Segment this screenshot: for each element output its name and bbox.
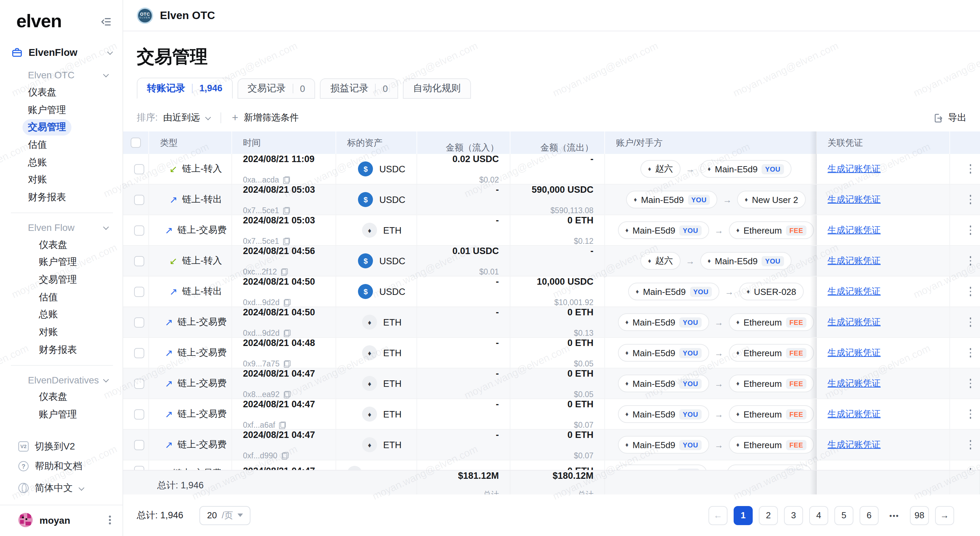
counterparty-pill[interactable]: ♦ Main-E5d9 YOU bbox=[700, 160, 791, 178]
prev-page-button[interactable]: ← bbox=[708, 506, 727, 525]
copy-icon[interactable] bbox=[283, 299, 290, 306]
copy-icon[interactable] bbox=[282, 452, 288, 459]
sidebar-item[interactable]: 交易管理 bbox=[11, 271, 113, 289]
generate-voucher-link[interactable]: 生成记账凭证 bbox=[827, 316, 881, 328]
row-checkbox[interactable] bbox=[134, 286, 144, 297]
copy-icon[interactable] bbox=[279, 421, 286, 429]
account-pill[interactable]: ♦ 赵六 bbox=[640, 160, 680, 178]
row-menu-kebab-icon[interactable] bbox=[967, 438, 974, 451]
switch-to-v2[interactable]: V2 切换到V2 bbox=[0, 437, 123, 456]
row-menu-kebab-icon[interactable] bbox=[967, 224, 974, 237]
generate-voucher-link[interactable]: 生成记账凭证 bbox=[827, 163, 881, 175]
tab[interactable]: 损益记录 0 bbox=[320, 78, 398, 99]
counterparty-pill[interactable]: ♦ Ethereum FEE bbox=[729, 436, 814, 454]
counterparty-pill[interactable]: ♦ Ethereum FEE bbox=[729, 313, 814, 331]
account-pill[interactable]: ♦ Main-E5d9 YOU bbox=[618, 405, 709, 423]
sidebar-item[interactable]: 仪表盘 bbox=[0, 84, 123, 101]
account-pill[interactable]: ♦ Main-E5d9 YOU bbox=[618, 436, 709, 454]
counterparty-pill[interactable]: ♦ Main-E5d9 YOU bbox=[700, 252, 791, 270]
row-checkbox[interactable] bbox=[134, 164, 144, 174]
sidebar-group-header[interactable]: ElvenDerivatives bbox=[11, 371, 113, 389]
counterparty-pill[interactable]: ♦ Ethereum FEE bbox=[727, 464, 812, 470]
language-selector[interactable]: 简体中文 bbox=[0, 478, 123, 498]
generate-voucher-link[interactable]: 生成记账凭证 bbox=[827, 255, 881, 267]
row-menu-kebab-icon[interactable] bbox=[967, 193, 974, 206]
tab[interactable]: 自动化规则 bbox=[403, 78, 471, 99]
tab[interactable]: 转账记录 1,946 bbox=[137, 78, 233, 99]
row-menu-kebab-icon[interactable] bbox=[967, 377, 974, 390]
account-pill[interactable]: ♦ Main-E5d9 YOU bbox=[626, 191, 717, 208]
copy-icon[interactable] bbox=[283, 391, 290, 398]
select-all-checkbox[interactable] bbox=[130, 137, 141, 148]
sidebar-group-header[interactable]: Elven Flow bbox=[11, 219, 113, 236]
sidebar-item[interactable]: 账户管理 bbox=[11, 406, 113, 424]
user-menu[interactable]: moyan bbox=[0, 505, 123, 536]
sidebar-group-header[interactable]: Elven OTC bbox=[0, 66, 123, 84]
tab[interactable]: 交易记录 0 bbox=[237, 78, 315, 99]
sidebar-item[interactable]: 总账 bbox=[11, 306, 113, 324]
sidebar-item[interactable]: 仪表盘 bbox=[11, 389, 113, 406]
generate-voucher-link[interactable]: 生成记账凭证 bbox=[827, 224, 881, 236]
generate-voucher-link[interactable]: 生成记账凭证 bbox=[827, 286, 881, 298]
page-button[interactable]: 5 bbox=[834, 506, 853, 525]
row-menu-kebab-icon[interactable] bbox=[967, 254, 974, 268]
sidebar-item[interactable]: 估值 bbox=[11, 289, 113, 306]
next-page-button[interactable]: → bbox=[935, 506, 954, 525]
row-checkbox[interactable] bbox=[134, 225, 144, 235]
counterparty-pill[interactable]: ♦ USER-028 bbox=[739, 282, 803, 300]
row-menu-kebab-icon[interactable] bbox=[967, 316, 974, 329]
row-menu-kebab-icon[interactable] bbox=[967, 285, 974, 298]
generate-voucher-link[interactable]: 生成记账凭证 bbox=[827, 439, 881, 451]
sidebar-item[interactable]: 交易管理 bbox=[0, 119, 123, 136]
page-button[interactable]: 98 bbox=[910, 506, 929, 525]
sidebar-item[interactable]: 财务报表 bbox=[0, 189, 123, 206]
row-checkbox[interactable] bbox=[134, 317, 144, 327]
sidebar-item[interactable]: 对账 bbox=[0, 171, 123, 189]
row-checkbox[interactable] bbox=[134, 256, 144, 266]
generate-voucher-link[interactable]: 生成记账凭证 bbox=[827, 347, 881, 359]
copy-icon[interactable] bbox=[281, 268, 288, 276]
row-menu-kebab-icon[interactable] bbox=[967, 408, 974, 421]
row-checkbox[interactable] bbox=[134, 466, 144, 470]
copy-icon[interactable] bbox=[283, 329, 290, 337]
account-pill[interactable]: ♦ Main-E5d9 YOU bbox=[618, 375, 709, 392]
sidebar-item[interactable]: 估值 bbox=[0, 136, 123, 153]
row-menu-kebab-icon[interactable] bbox=[967, 163, 974, 176]
page-button[interactable]: 1 bbox=[733, 506, 753, 525]
account-pill[interactable]: ♦ Main-E5d9 YOU bbox=[618, 313, 709, 331]
copy-icon[interactable] bbox=[283, 207, 290, 214]
row-menu-kebab-icon[interactable] bbox=[967, 466, 974, 470]
account-pill[interactable]: ♦ 赵六 bbox=[640, 252, 680, 270]
page-button[interactable]: 4 bbox=[809, 506, 828, 525]
page-size-select[interactable]: 20 /页 bbox=[200, 506, 251, 525]
sidebar-collapse-icon[interactable] bbox=[101, 16, 111, 27]
counterparty-pill[interactable]: ♦ Ethereum FEE bbox=[729, 221, 814, 239]
sidebar-item[interactable]: 财务报表 bbox=[11, 341, 113, 359]
row-checkbox[interactable] bbox=[134, 409, 144, 419]
sort-dropdown[interactable]: 由近到远 bbox=[163, 112, 210, 124]
sidebar-item[interactable]: 总账 bbox=[0, 154, 123, 171]
sidebar-item[interactable]: 对账 bbox=[11, 324, 113, 341]
row-checkbox[interactable] bbox=[134, 195, 144, 205]
help-and-docs[interactable]: ? 帮助和文档 bbox=[0, 456, 123, 476]
copy-icon[interactable] bbox=[283, 176, 290, 183]
user-menu-kebab-icon[interactable] bbox=[107, 514, 113, 527]
copy-icon[interactable] bbox=[283, 237, 290, 245]
page-button[interactable]: 6 bbox=[859, 506, 878, 525]
generate-voucher-link[interactable]: 生成记账凭证 bbox=[827, 193, 881, 206]
generate-voucher-link[interactable]: 生成记账凭证 bbox=[827, 408, 881, 420]
account-pill[interactable]: ♦ Main-E5d9 YOU bbox=[618, 344, 709, 362]
generate-voucher-link[interactable]: 生成记账凭证 bbox=[827, 377, 881, 389]
row-menu-kebab-icon[interactable] bbox=[967, 346, 974, 360]
account-pill[interactable]: ♦ Main-E5d9 YOU bbox=[618, 221, 709, 239]
account-pill[interactable]: ♦ Main-E5d9 YOU bbox=[628, 282, 719, 300]
sidebar-item[interactable]: 账户管理 bbox=[11, 254, 113, 271]
sidebar-item[interactable]: 账户管理 bbox=[0, 101, 123, 118]
counterparty-pill[interactable]: ♦ Ethereum FEE bbox=[729, 405, 814, 423]
copy-icon[interactable] bbox=[283, 360, 290, 367]
account-pill[interactable]: ♦ Main-E5d9 YOU bbox=[616, 464, 707, 470]
row-checkbox[interactable] bbox=[134, 440, 144, 450]
page-button[interactable]: 2 bbox=[759, 506, 778, 525]
sidebar-item[interactable]: 仪表盘 bbox=[11, 236, 113, 254]
export-button[interactable]: 导出 bbox=[933, 112, 966, 124]
